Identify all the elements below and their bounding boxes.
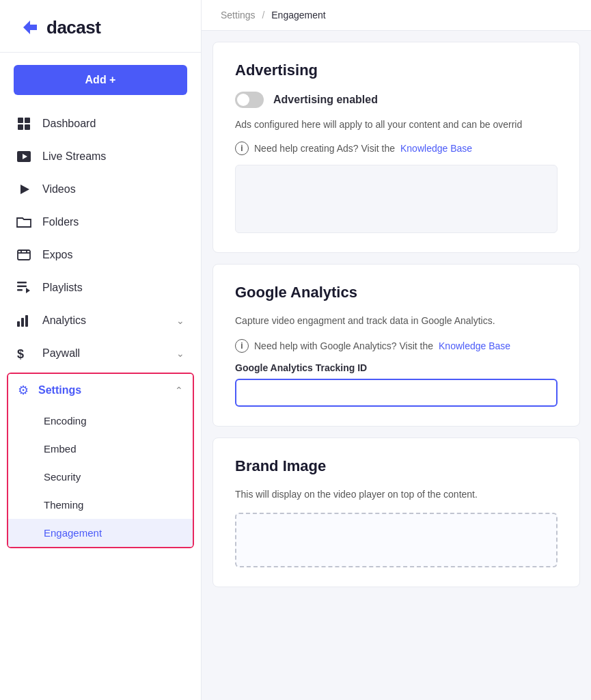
live-streams-icon [16,149,31,164]
ga-help-text: Need help with Google Analytics? Visit t… [254,340,433,351]
main-content: Settings / Engagement Advertising Advert… [202,0,591,700]
sidebar-item-folders[interactable]: Folders [0,206,201,239]
advertising-toggle[interactable] [235,92,264,108]
brand-image-title: Brand Image [235,457,558,475]
google-analytics-help-row: i Need help with Google Analytics? Visit… [235,339,558,353]
paywall-icon: $ [16,346,31,361]
svg-rect-8 [17,282,27,284]
settings-sub-item-theming[interactable]: Theming [8,491,193,519]
paywall-chevron-icon: ⌄ [176,348,184,359]
dashboard-icon [16,116,31,131]
advertising-toggle-row: Advertising enabled [235,92,558,108]
sidebar-item-videos-label: Videos [42,183,184,196]
sidebar-item-expos[interactable]: Expos [0,239,201,271]
advertising-knowledge-base-link[interactable]: Knowledge Base [400,143,472,154]
breadcrumb-current: Engagement [271,10,325,21]
svg-rect-7 [18,250,30,260]
dacast-logo-icon [16,15,41,40]
settings-sub-items: Encoding Embed Security Theming Engageme… [8,407,193,547]
brand-image-section: Brand Image This will display on the vid… [212,438,580,587]
settings-label: Settings [38,384,175,396]
ga-knowledge-base-link[interactable]: Knowledge Base [439,340,510,351]
breadcrumb-separator: / [262,10,264,21]
folders-icon [16,215,31,230]
svg-rect-13 [21,318,24,327]
google-analytics-desc: Capture video engagment and track data i… [235,314,558,328]
brand-upload-box[interactable] [235,513,558,567]
advertising-title: Advertising [235,62,558,79]
advertising-section: Advertising Advertising enabled Ads conf… [212,42,580,253]
settings-sub-item-engagement[interactable]: Engagement [8,519,193,547]
sidebar-item-playlists-label: Playlists [42,282,184,294]
analytics-chevron-icon: ⌄ [176,315,184,326]
settings-sub-item-embed[interactable]: Embed [8,435,193,463]
settings-header[interactable]: ⚙ Settings ⌃ [8,374,193,407]
tracking-id-input[interactable] [235,379,558,407]
sidebar-item-analytics-label: Analytics [42,314,176,327]
advertising-help-text: Need help creating Ads? Visit the [254,143,395,154]
advertising-toggle-label: Advertising enabled [273,94,378,106]
svg-marker-6 [20,185,29,194]
svg-rect-10 [17,289,23,291]
svg-text:$: $ [17,347,24,360]
info-icon: i [235,142,249,155]
svg-rect-0 [18,118,23,123]
info-icon-ga: i [235,339,249,353]
add-button[interactable]: Add + [14,65,187,95]
sidebar-item-live-streams-label: Live Streams [42,150,184,163]
sidebar-item-videos[interactable]: Videos [0,173,201,206]
advertising-help-row: i Need help creating Ads? Visit the Know… [235,142,558,155]
google-analytics-section: Google Analytics Capture video engagment… [212,264,580,427]
sidebar-item-dashboard[interactable]: Dashboard [0,107,201,140]
content-area: Advertising Advertising enabled Ads conf… [202,31,591,598]
svg-rect-3 [25,124,30,130]
advertising-info-text: Ads configured here will apply to all yo… [235,118,558,132]
sidebar-item-live-streams[interactable]: Live Streams [0,140,201,173]
sidebar-item-paywall-label: Paywall [42,347,176,360]
svg-rect-1 [25,118,30,123]
analytics-icon [16,313,31,328]
expos-icon [16,247,31,262]
tracking-id-label: Google Analytics Tracking ID [235,362,558,373]
ad-preview-box [235,165,558,233]
sidebar-item-paywall[interactable]: $ Paywall ⌄ [0,337,201,370]
svg-rect-12 [17,321,20,327]
google-analytics-title: Google Analytics [235,284,558,301]
settings-section: ⚙ Settings ⌃ Encoding Embed Security The… [7,373,194,548]
settings-chevron-up-icon: ⌃ [175,385,183,396]
logo-area: dacast [0,0,201,53]
sidebar-item-analytics[interactable]: Analytics ⌄ [0,304,201,337]
playlists-icon [16,280,31,295]
gear-icon: ⚙ [18,383,29,398]
sidebar-item-expos-label: Expos [42,249,184,261]
svg-marker-11 [26,288,30,293]
breadcrumb: Settings / Engagement [202,0,591,31]
svg-rect-14 [25,315,28,327]
settings-sub-item-encoding[interactable]: Encoding [8,407,193,435]
sidebar-item-playlists[interactable]: Playlists [0,271,201,304]
sidebar: dacast Add + Dashboard Live Streams [0,0,202,700]
breadcrumb-parent: Settings [221,10,256,21]
svg-rect-2 [18,124,23,130]
settings-sub-item-security[interactable]: Security [8,463,193,491]
logo-text: dacast [46,17,100,38]
videos-icon [16,182,31,197]
sidebar-item-folders-label: Folders [42,216,184,228]
sidebar-item-dashboard-label: Dashboard [42,118,184,130]
brand-image-desc: This will display on the video player on… [235,487,558,502]
svg-rect-9 [17,286,27,288]
